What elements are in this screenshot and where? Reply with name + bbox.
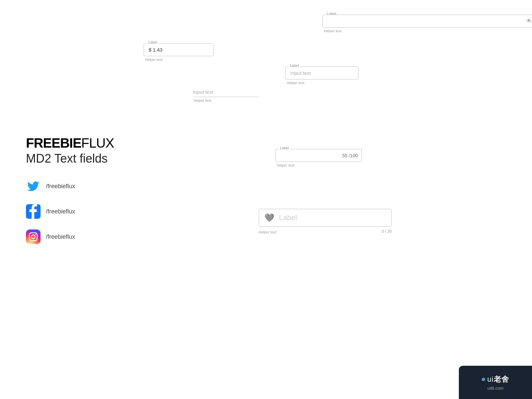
- watermark-url: uil8.com: [487, 386, 503, 391]
- password-input[interactable]: [323, 15, 532, 28]
- password-field-wrapper: Label 👁 Helper text: [323, 15, 532, 33]
- currency-helper: Helper text: [145, 58, 213, 62]
- instagram-icon: [26, 229, 41, 244]
- social-list: /freebieflux /freebieflux /freebieflux: [26, 179, 114, 244]
- standard-field-wrapper: Helper text: [193, 87, 259, 102]
- password-field-outlined: Label 👁: [323, 15, 532, 28]
- social-item-facebook[interactable]: /freebieflux: [26, 204, 114, 219]
- outlined-input-label: Label: [289, 64, 300, 67]
- watermark-top: ui老舍: [482, 374, 509, 384]
- instagram-handle: /freebieflux: [46, 233, 75, 240]
- standard-input[interactable]: [193, 87, 259, 97]
- heart-field-label: Label: [279, 213, 386, 222]
- password-helper: Helper text: [324, 29, 532, 33]
- heart-field[interactable]: 🩶 Label: [259, 209, 392, 227]
- counter-field: Label 55 /100: [275, 149, 362, 162]
- currency-field-outlined: Label: [144, 43, 213, 56]
- brand-subtitle-light: Text fields: [51, 152, 107, 165]
- outlined-input-wrapper: Label Helper text: [285, 66, 358, 85]
- brand-flux: FLUX: [81, 136, 114, 150]
- char-count: 0 / 20: [382, 229, 392, 234]
- heart-field-wrapper: 🩶 Label Helper text 0 / 20: [259, 209, 392, 234]
- brand-subtitle-bold: MD2: [26, 152, 51, 165]
- outlined-input[interactable]: [285, 66, 358, 79]
- password-input-row: 👁: [323, 15, 532, 28]
- standard-field: [193, 87, 259, 97]
- standard-helper: Helper text: [194, 98, 259, 102]
- social-item-twitter[interactable]: /freebieflux: [26, 179, 114, 194]
- heart-icon: 🩶: [264, 213, 274, 222]
- outlined-input-helper: Helper text: [287, 81, 358, 85]
- counter-helper: Helper text: [277, 163, 362, 167]
- facebook-handle: /freebieflux: [46, 208, 75, 215]
- twitter-icon: [26, 179, 41, 194]
- brand-section: FREEBIEFLUX MD2 Text fields /freebieflux…: [26, 136, 114, 244]
- currency-field-wrapper: Label Helper text: [144, 43, 213, 62]
- currency-input[interactable]: [144, 43, 213, 56]
- twitter-handle: /freebieflux: [46, 183, 75, 190]
- counter-field-label: Label: [279, 146, 290, 150]
- brand-title: FREEBIEFLUX: [26, 136, 114, 150]
- counter-value: 55 /100: [342, 153, 358, 158]
- counter-field-wrapper: Label 55 /100 Helper text: [275, 149, 362, 167]
- brand-freebie: FREEBIE: [26, 136, 81, 150]
- watermark-brand: ui老舍: [487, 374, 509, 384]
- facebook-icon: [26, 204, 41, 219]
- eye-icon[interactable]: 👁: [526, 18, 532, 25]
- social-item-instagram[interactable]: /freebieflux: [26, 229, 114, 244]
- currency-field-label: Label: [147, 41, 159, 44]
- watermark-dot: [482, 378, 485, 381]
- heart-helper: Helper text: [259, 230, 276, 234]
- brand-subtitle: MD2 Text fields: [26, 152, 114, 166]
- watermark: ui老舍 uil8.com: [459, 366, 532, 399]
- heart-footer: Helper text 0 / 20: [259, 229, 392, 234]
- outlined-input-field: Label: [285, 66, 358, 79]
